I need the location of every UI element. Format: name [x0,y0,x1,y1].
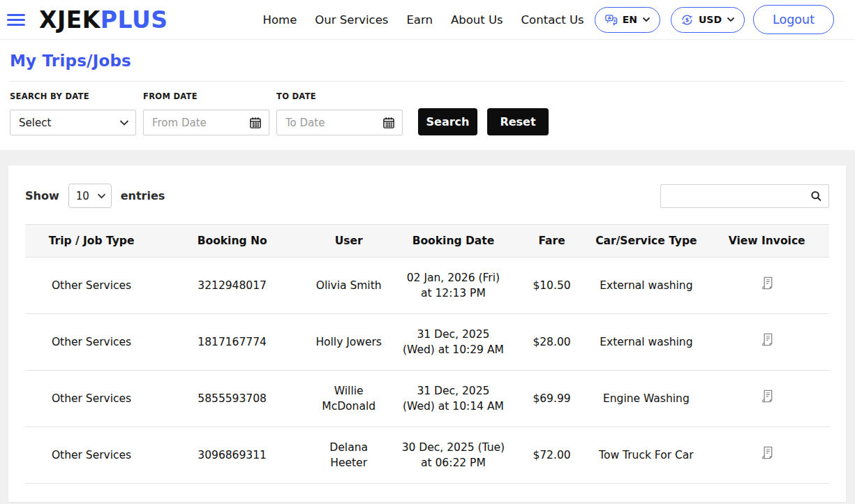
svg-text:A: A [607,15,611,20]
booking-date-line2: (Wed) at 10:14 AM [396,399,510,414]
top-navbar: XJEKPLUS Home Our Services Earn About Us… [0,0,855,40]
filters-bar: SEARCH BY DATE Select FROM DATE [10,86,845,135]
cell-user: Holly Jowers [306,314,391,371]
title-divider [10,81,845,82]
col-header-user[interactable]: User [306,225,391,258]
nav-about-us[interactable]: About Us [451,13,503,27]
table-search-input[interactable] [660,184,829,208]
booking-date-line1: 02 Jan, 2026 (Fri) [396,270,510,286]
booking-date-line2: at 12:13 PM [396,286,510,301]
main-nav: Home Our Services Earn About Us Contact … [263,13,584,27]
language-label: EN [623,14,637,25]
to-date-input[interactable] [276,110,403,135]
entries-label: entries [121,189,165,202]
nav-earn[interactable]: Earn [406,13,433,27]
search-by-date-label: SEARCH BY DATE [10,91,136,101]
cell-booking-no: 1817167774 [158,314,306,371]
cell-view-invoice [704,427,829,484]
currency-selector[interactable]: $ USD [671,7,745,33]
table-row: Other Services 1817167774 Holly Jowers 3… [25,314,829,371]
hamburger-menu-icon[interactable] [7,14,25,26]
view-invoice-button[interactable] [759,388,775,404]
page-header-section: My Trips/Jobs SEARCH BY DATE Select FROM… [0,40,855,150]
chevron-down-icon [642,17,650,22]
invoice-icon [759,275,775,291]
logo-text-dark: XJEK [39,6,101,34]
currency-exchange-icon: $ [681,13,694,27]
cell-service-type: External washing [588,314,704,371]
from-date-label: FROM DATE [143,91,269,101]
col-header-view-invoice[interactable]: View Invoice [704,225,829,258]
col-header-trip-type[interactable]: Trip / Job Type [25,225,158,258]
logout-button[interactable]: Logout [753,5,834,34]
table-body: Other Services 3212948017 Olivia Smith 0… [25,258,829,484]
cell-booking-date: 02 Jan, 2026 (Fri) at 12:13 PM [391,258,516,314]
cell-user: Delana Heeter [306,427,391,484]
cell-view-invoice [704,314,829,371]
cell-service-type: External washing [588,258,704,314]
page-size-select[interactable]: 10 [68,184,112,208]
table-controls: Show 10 entries [25,184,829,208]
language-selector[interactable]: A EN [595,7,660,33]
reset-button[interactable]: Reset [487,108,549,135]
from-date-input[interactable] [143,110,269,135]
search-by-date-select[interactable]: Select [10,110,136,135]
table-row: Other Services 5855593708 Willie McDonal… [25,371,829,427]
cell-booking-date: 30 Dec, 2025 (Tue) at 06:22 PM [391,427,516,484]
cell-fare: $10.50 [516,258,588,314]
booking-date-line1: 30 Dec, 2025 (Tue) [396,440,510,455]
to-date-label: TO DATE [276,91,403,101]
invoice-icon [759,332,775,348]
trips-table: Trip / Job Type Booking No User Booking … [25,224,829,484]
cell-user: Olivia Smith [306,258,391,314]
svg-text:$: $ [685,17,690,23]
nav-contact-us[interactable]: Contact Us [521,13,584,27]
view-invoice-button[interactable] [759,445,775,461]
cell-service-type: Tow Truck For Car [588,427,704,484]
cell-booking-date: 31 Dec, 2025 (Wed) at 10:29 AM [391,314,516,371]
invoice-icon [759,388,775,404]
cell-service-type: Engine Washing [588,371,704,427]
logo-text-accent: PLUS [101,6,168,34]
booking-date-line1: 31 Dec, 2025 [396,327,510,342]
cell-user: Willie McDonald [306,371,391,427]
view-invoice-button[interactable] [759,332,775,348]
cell-fare: $69.99 [516,371,588,427]
search-by-date-group: SEARCH BY DATE Select [10,86,136,135]
col-header-booking-date[interactable]: Booking Date [391,225,516,258]
invoice-icon [759,445,775,461]
nav-home[interactable]: Home [263,13,297,27]
brand-logo[interactable]: XJEKPLUS [39,6,168,34]
search-icon [810,189,823,202]
col-header-booking-no[interactable]: Booking No [158,225,306,258]
view-invoice-button[interactable] [759,275,775,291]
table-row: Other Services 3096869311 Delana Heeter … [25,427,829,484]
cell-booking-no: 3212948017 [158,258,306,314]
col-header-service-type[interactable]: Car/Service Type [588,225,704,258]
to-date-group: TO DATE [276,86,403,135]
show-label: Show [25,189,59,202]
cell-view-invoice [704,371,829,427]
col-header-fare[interactable]: Fare [516,225,588,258]
cell-trip-type: Other Services [25,427,158,484]
cell-fare: $28.00 [516,314,588,371]
booking-date-line2: at 06:22 PM [396,455,510,470]
from-date-group: FROM DATE [143,86,269,135]
cell-trip-type: Other Services [25,314,158,371]
booking-date-line1: 31 Dec, 2025 [396,383,510,399]
cell-trip-type: Other Services [25,371,158,427]
cell-trip-type: Other Services [25,258,158,314]
table-row: Other Services 3212948017 Olivia Smith 0… [25,258,829,314]
chevron-down-icon [727,17,735,22]
translate-icon: A [604,13,618,27]
page-title: My Trips/Jobs [10,52,845,70]
cell-view-invoice [704,258,829,314]
cell-booking-date: 31 Dec, 2025 (Wed) at 10:14 AM [391,371,516,427]
table-header-row: Trip / Job Type Booking No User Booking … [25,225,829,258]
search-button[interactable]: Search [418,108,477,135]
nav-our-services[interactable]: Our Services [315,13,388,27]
booking-date-line2: (Wed) at 10:29 AM [396,342,510,357]
currency-label: USD [699,14,722,25]
cell-booking-no: 5855593708 [158,371,306,427]
trips-table-card: Show 10 entries Trip / Job Type Boo [8,165,846,502]
